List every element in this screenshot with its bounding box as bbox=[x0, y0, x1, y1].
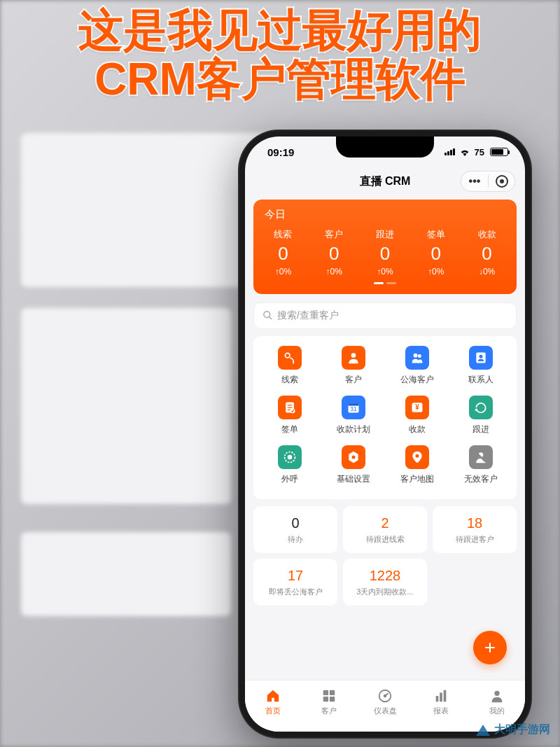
stat-label: 客户 bbox=[309, 228, 360, 241]
func-label: 线索 bbox=[281, 374, 298, 386]
func-label: 基础设置 bbox=[337, 473, 370, 485]
battery-icon bbox=[490, 148, 508, 156]
settings-icon bbox=[342, 445, 365, 469]
todo-label: 即将丢公海客户 bbox=[259, 587, 332, 597]
todo-card-1[interactable]: 2待跟进线索 bbox=[343, 506, 427, 553]
func-pool[interactable]: 公海客户 bbox=[385, 346, 449, 396]
stat-delta: ↑0% bbox=[309, 267, 360, 277]
svg-rect-28 bbox=[436, 696, 439, 701]
contacts-icon bbox=[469, 346, 493, 370]
reports-tab-icon bbox=[433, 688, 449, 704]
func-leads[interactable]: 线索 bbox=[258, 346, 321, 396]
svg-point-2 bbox=[285, 353, 290, 358]
phone-notch bbox=[336, 137, 434, 158]
svg-line-1 bbox=[269, 316, 272, 319]
svg-point-3 bbox=[351, 353, 356, 358]
tab-reports[interactable]: 报表 bbox=[413, 680, 469, 723]
svg-text:¥: ¥ bbox=[415, 403, 419, 411]
stat-1[interactable]: 客户0↑0% bbox=[309, 228, 360, 277]
watermark-text: 大明手游网 bbox=[494, 722, 550, 737]
stat-3[interactable]: 签单0↑0% bbox=[410, 228, 461, 277]
tab-customers[interactable]: 客户 bbox=[301, 680, 357, 723]
overlay-headline: 这是我见过最好用的 CRM客户管理软件 bbox=[0, 6, 560, 104]
stat-0[interactable]: 线索0↑0% bbox=[258, 228, 309, 277]
stats-period: 今日 bbox=[258, 207, 512, 228]
svg-rect-24 bbox=[323, 696, 328, 701]
today-stats-card[interactable]: 今日 线索0↑0%客户0↑0%跟进0↑0%签单0↑0%收款0↓0% bbox=[253, 200, 517, 294]
wifi-icon bbox=[459, 148, 470, 156]
svg-point-7 bbox=[479, 354, 482, 358]
stat-value: 0 bbox=[258, 244, 309, 264]
func-contracts[interactable]: 签单 bbox=[258, 396, 321, 445]
todo-card-4[interactable]: 12283天内到期收款... bbox=[343, 559, 427, 606]
tab-me[interactable]: 我的 bbox=[469, 680, 525, 723]
func-customers[interactable]: 客户 bbox=[321, 346, 385, 396]
stat-2[interactable]: 跟进0↑0% bbox=[360, 228, 411, 277]
func-contacts[interactable]: 联系人 bbox=[449, 346, 512, 396]
svg-rect-23 bbox=[330, 690, 335, 694]
map-icon bbox=[405, 445, 429, 469]
svg-rect-30 bbox=[444, 690, 447, 701]
more-button[interactable]: ••• bbox=[461, 175, 488, 188]
svg-rect-22 bbox=[323, 690, 328, 694]
svg-point-27 bbox=[384, 694, 386, 697]
func-followup[interactable]: 跟进 bbox=[449, 396, 512, 445]
watermark-logo-icon bbox=[476, 725, 490, 736]
todo-card-3[interactable]: 17即将丢公海客户 bbox=[253, 559, 337, 606]
svg-point-31 bbox=[494, 690, 499, 695]
tab-label: 报表 bbox=[433, 706, 449, 716]
func-payplan[interactable]: 31收款计划 bbox=[321, 396, 385, 445]
todo-label: 待跟进客户 bbox=[438, 534, 511, 545]
tab-label: 首页 bbox=[265, 706, 281, 716]
func-outcall[interactable]: 外呼 bbox=[258, 445, 321, 495]
pager-dots bbox=[258, 282, 512, 284]
contracts-icon bbox=[278, 396, 302, 419]
func-label: 客户 bbox=[345, 374, 362, 386]
phone-screen: 09:19 75 直播 CRM ••• bbox=[245, 137, 525, 732]
target-icon bbox=[496, 175, 508, 188]
svg-point-5 bbox=[417, 354, 421, 358]
func-label: 联系人 bbox=[468, 374, 493, 386]
battery-percent: 75 bbox=[475, 147, 484, 158]
func-label: 无效客户 bbox=[464, 473, 498, 485]
invalid-icon bbox=[469, 445, 493, 469]
svg-rect-25 bbox=[330, 696, 335, 701]
func-map[interactable]: 客户地图 bbox=[385, 445, 449, 495]
func-settings[interactable]: 基础设置 bbox=[321, 445, 385, 495]
todo-value: 18 bbox=[438, 515, 511, 531]
tab-dashboard[interactable]: 仪表盘 bbox=[357, 680, 413, 723]
function-grid: 线索客户公海客户联系人 签单31收款计划¥收款跟进 外呼基础设置客户地图无效客户 bbox=[253, 336, 517, 499]
stat-value: 0 bbox=[461, 244, 512, 264]
stat-4[interactable]: 收款0↓0% bbox=[461, 228, 512, 277]
todo-value: 17 bbox=[259, 567, 332, 584]
todo-value: 2 bbox=[349, 515, 421, 531]
search-placeholder: 搜索/查重客户 bbox=[277, 309, 339, 322]
customers-icon bbox=[342, 346, 365, 370]
home-tab-icon bbox=[265, 688, 281, 704]
func-label: 公海客户 bbox=[400, 374, 434, 386]
func-payments[interactable]: ¥收款 bbox=[385, 396, 449, 445]
stat-delta: ↑0% bbox=[410, 267, 461, 277]
add-button[interactable]: + bbox=[473, 631, 507, 664]
payplan-icon: 31 bbox=[342, 396, 365, 419]
func-label: 客户地图 bbox=[400, 473, 434, 485]
func-invalid[interactable]: 无效客户 bbox=[449, 445, 512, 495]
headline-line-2: CRM客户管理软件 bbox=[0, 55, 560, 104]
todo-card-0[interactable]: 0待办 bbox=[253, 506, 337, 553]
close-button[interactable] bbox=[488, 175, 514, 188]
stat-label: 跟进 bbox=[360, 228, 411, 241]
todo-card-2[interactable]: 18待跟进客户 bbox=[433, 506, 517, 553]
func-label: 签单 bbox=[281, 424, 298, 435]
phone-frame: 09:19 75 直播 CRM ••• bbox=[238, 130, 532, 739]
todo-grid: 0待办2待跟进线索18待跟进客户17即将丢公海客户12283天内到期收款... bbox=[253, 506, 517, 606]
stat-value: 0 bbox=[360, 244, 411, 264]
dashboard-tab-icon bbox=[377, 688, 393, 704]
func-label: 收款 bbox=[409, 424, 426, 435]
tab-home[interactable]: 首页 bbox=[245, 680, 301, 723]
func-label: 跟进 bbox=[472, 424, 489, 435]
svg-point-18 bbox=[351, 455, 355, 459]
todo-value: 0 bbox=[259, 515, 332, 531]
outcall-icon bbox=[278, 445, 302, 469]
search-input[interactable]: 搜索/查重客户 bbox=[253, 302, 517, 329]
svg-point-4 bbox=[413, 353, 417, 357]
